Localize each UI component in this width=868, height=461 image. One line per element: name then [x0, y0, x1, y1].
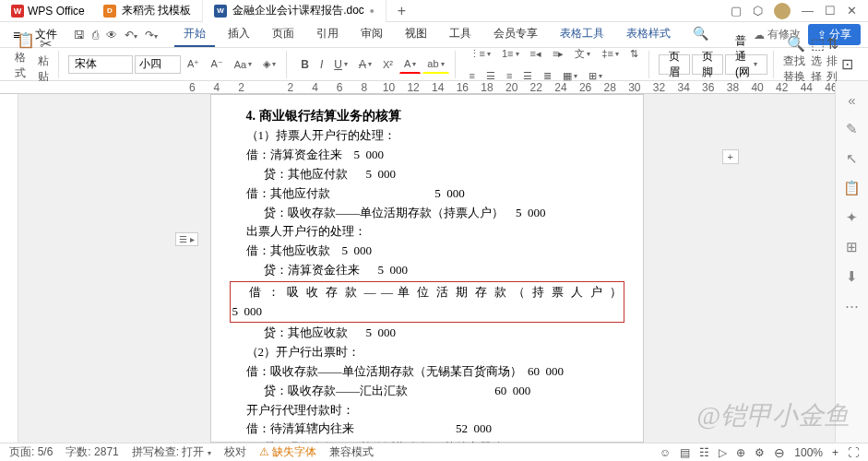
doc-line: 贷：其他应收款 5 000 [230, 324, 624, 343]
ruler-mark: 12 [401, 81, 426, 94]
spellcheck-status[interactable]: 拼写检查: 打开 ▾ [132, 444, 211, 460]
number-list-icon[interactable]: 1≡▾ [497, 43, 524, 65]
close-button[interactable]: ✕ [847, 4, 857, 18]
doc-line: 开户行代理付款时： [230, 401, 624, 420]
missing-font-warning[interactable]: ⚠ 缺失字体 [259, 444, 316, 460]
outline-handle[interactable]: ☰ ▸ [175, 232, 198, 246]
ruler-mark: 44 [794, 81, 819, 94]
proofing-status[interactable]: 校对 [224, 444, 246, 460]
tab-current-doc[interactable]: W 金融企业会计课程报告.doc • [203, 0, 386, 22]
ruler-mark: 16 [450, 81, 475, 94]
document-page[interactable]: 4. 商业银行结算业务的核算 （1）持票人开户行的处理：借：清算资金往来 5 0… [210, 94, 644, 443]
line-spacing-icon[interactable]: ‡≡▾ [597, 43, 624, 65]
sparkle-icon[interactable]: ✦ [846, 209, 858, 226]
doc-line: 借：其他应付款 5 000 [230, 184, 624, 204]
highlight-icon[interactable]: ab▾ [422, 54, 448, 74]
italic-icon[interactable]: I [315, 54, 327, 75]
status-bar: 页面: 5/6 字数: 2871 拼写检查: 打开 ▾ 校对 ⚠ 缺失字体 兼容… [0, 443, 868, 461]
minimize-button[interactable]: — [802, 4, 814, 18]
ruler-mark: 22 [524, 81, 549, 94]
styles-group: 页眉 页脚 普通(网站) ▾ [653, 51, 774, 78]
change-case-icon[interactable]: Aa▾ [230, 55, 256, 74]
compat-mode: 兼容模式 [329, 444, 374, 460]
header-style-button[interactable]: 页眉 [659, 54, 690, 75]
assistant-icon[interactable]: ☺ [660, 446, 671, 459]
symbol-button[interactable]: ⊡ [841, 55, 853, 73]
collapse-icon[interactable]: « [848, 92, 855, 108]
strike-icon[interactable]: A▾ [354, 54, 376, 75]
menu-tab-page[interactable]: 页面 [263, 22, 303, 47]
indent-decrease-icon[interactable]: ≡◂ [526, 43, 546, 65]
ruler-mark: 38 [720, 81, 745, 94]
text-direction-icon[interactable]: 文▾ [570, 43, 595, 65]
more-icon[interactable]: ⋯ [845, 298, 859, 314]
pointer-icon[interactable]: ↖ [846, 150, 858, 167]
menu-tab-start[interactable]: 开始 [174, 22, 215, 47]
horizontal-ruler[interactable]: 6422468101214161820222426283032343638404… [0, 81, 868, 94]
settings-icon[interactable]: ⚙ [755, 446, 765, 459]
zoom-level[interactable]: 100% [794, 446, 823, 459]
doc-line: 借：待清算辖内往来 52 000 [230, 420, 624, 439]
avatar[interactable] [774, 3, 791, 19]
word-count[interactable]: 字数: 2871 [65, 444, 118, 460]
doc-line: （2）开户行出票时： [230, 343, 624, 362]
clear-format-icon[interactable]: ◈▾ [258, 54, 280, 74]
doc-line: 贷：吸收存款——汇出汇款 60 000 [230, 382, 624, 401]
ruler-mark: 30 [623, 81, 648, 94]
menu-tab-ref[interactable]: 引用 [307, 22, 348, 47]
view-read-icon[interactable]: ▷ [719, 446, 727, 459]
ruler-mark: 36 [696, 81, 720, 94]
page-indicator[interactable]: 页面: 5/6 [9, 444, 53, 460]
font-group: A⁺ A⁻ Aa▾ ◈▾ [63, 51, 287, 78]
menu-tab-review[interactable]: 审阅 [351, 22, 392, 47]
download-icon[interactable]: ⬇ [846, 268, 858, 285]
tab-template[interactable]: D 来稻壳 找模板 [92, 0, 203, 22]
highlighted-row: 借 ： 吸 收 存 款 — — 单 位 活 期 存 款 （ 持 票 人 户 ） … [230, 281, 624, 324]
ruler-mark: 42 [769, 81, 794, 94]
doc-line: 贷：清算资金往来 5 000 [230, 261, 624, 280]
ruler-mark: 28 [598, 81, 623, 94]
redo-icon[interactable]: ↷▾ [145, 29, 158, 41]
status-right: ☺ ▤ ☷ ▷ ⊕ ⚙ ⊖ 100% + ⛶ [660, 445, 859, 460]
underline-icon[interactable]: U▾ [329, 54, 352, 75]
fullscreen-icon[interactable]: ⛶ [848, 446, 859, 459]
sort-icon[interactable]: ⇅ [625, 43, 643, 65]
indent-increase-icon[interactable]: ≡▸ [548, 43, 568, 65]
save-icon[interactable]: 🖫 [74, 29, 85, 41]
tab-add-button[interactable]: + [386, 0, 417, 22]
superscript-icon[interactable]: X² [378, 55, 398, 74]
normal-web-style-button[interactable]: 普通(网站) ▾ [725, 54, 767, 75]
decrease-font-icon[interactable]: A⁻ [206, 54, 227, 74]
menu-tab-insert[interactable]: 插入 [219, 22, 259, 47]
print-icon[interactable]: ⎙ [92, 29, 99, 41]
zoom-out-icon[interactable]: ⊖ [774, 445, 785, 460]
footer-style-button[interactable]: 页脚 [692, 54, 723, 75]
app-mode-icon[interactable]: ▢ [731, 4, 742, 18]
view-print-icon[interactable]: ▤ [680, 446, 690, 459]
cube-icon[interactable]: ⬡ [753, 4, 763, 18]
bullet-list-icon[interactable]: ⋮≡▾ [465, 43, 495, 65]
page-side-button[interactable]: + [722, 149, 739, 164]
app-name: WPS Office [28, 5, 85, 18]
view-web-icon[interactable]: ⊕ [736, 446, 745, 459]
increase-font-icon[interactable]: A⁺ [183, 54, 204, 74]
undo-icon[interactable]: ↶▾ [125, 29, 137, 41]
view-outline-icon[interactable]: ☷ [699, 446, 709, 459]
preview-icon[interactable]: 👁 [106, 29, 117, 41]
vertical-ruler[interactable] [0, 94, 18, 443]
clipboard-panel-icon[interactable]: 📋 [843, 180, 861, 196]
pencil-icon[interactable]: ✎ [846, 121, 858, 137]
font-family-select[interactable] [68, 55, 133, 74]
font-color-icon[interactable]: A▾ [399, 54, 421, 74]
ruler-mark: 40 [745, 81, 770, 94]
bold-icon[interactable]: B [296, 54, 314, 75]
grid-icon[interactable]: ⊞ [846, 239, 858, 255]
font-size-select[interactable] [135, 55, 181, 74]
search-icon[interactable]: 🔍 [684, 22, 718, 47]
zoom-in-icon[interactable]: + [832, 446, 838, 459]
maximize-button[interactable]: ☐ [825, 4, 836, 18]
ruler-mark: 18 [475, 81, 500, 94]
menu-tab-view[interactable]: 视图 [396, 22, 436, 47]
ruler-mark: 26 [573, 81, 598, 94]
ruler-mark: 4 [205, 81, 230, 94]
